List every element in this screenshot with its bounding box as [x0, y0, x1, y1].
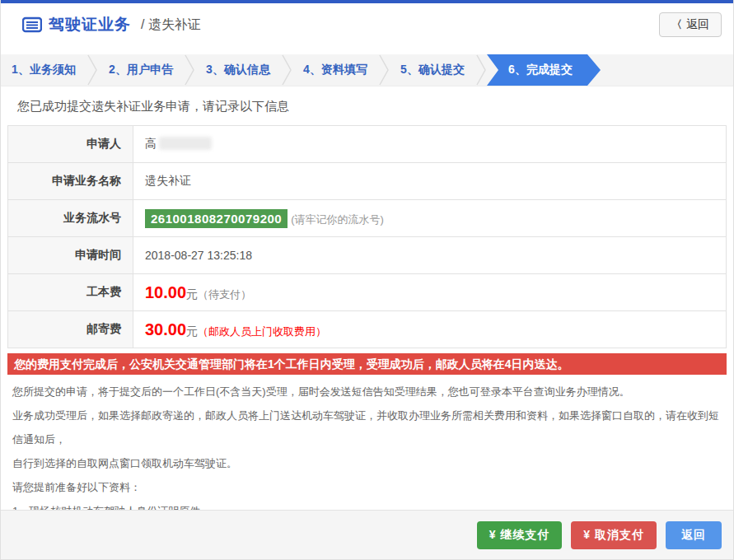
- redaction-blur: [159, 137, 212, 150]
- back-button-label: 返回: [686, 17, 709, 32]
- license-card-icon: [22, 16, 42, 33]
- fee-unit: 元: [186, 287, 198, 301]
- step-separator-icon: [475, 54, 487, 86]
- applicant-name: 高: [145, 137, 157, 150]
- success-message: 您已成功提交遗失补证业务申请，请记录以下信息: [17, 99, 727, 114]
- header: 驾驶证业务 / 遗失补证 〈 返回: [1, 3, 733, 46]
- row-label: 工本费: [8, 274, 133, 311]
- fee-unit: 元: [186, 324, 198, 338]
- breadcrumb: 驾驶证业务 / 遗失补证: [22, 14, 201, 35]
- table-row: 申请人 高: [8, 126, 727, 163]
- service-panel: 驾驶证业务 / 遗失补证 〈 返回 1、业务须知 2、用户申告 3、确认信息 4…: [0, 0, 734, 560]
- chevron-left-icon: 〈: [671, 17, 682, 32]
- fee-note: （邮政人员上门收取费用）: [198, 325, 326, 338]
- step-separator-icon: [86, 54, 98, 86]
- instruction-line: 自行到选择的自取网点窗口领取机动车驾驶证。: [12, 451, 722, 475]
- tab-step-6-active[interactable]: 6、完成提交: [487, 54, 601, 86]
- row-label: 申请时间: [8, 237, 133, 274]
- step-separator-icon: [378, 54, 390, 86]
- row-label: 申请人: [8, 126, 133, 163]
- tab-step-4[interactable]: 4、资料填写: [292, 54, 378, 86]
- tab-step-5[interactable]: 5、确认提交: [390, 54, 475, 86]
- steps-bar-filler: [601, 54, 733, 86]
- serial-note: (请牢记你的流水号): [291, 213, 384, 226]
- tab-step-3[interactable]: 3、确认信息: [195, 54, 281, 86]
- apply-time-value: 2018-08-27 13:25:18: [133, 237, 727, 274]
- step-separator-icon: [281, 54, 292, 86]
- continue-payment-button[interactable]: ¥ 继续支付: [477, 521, 563, 549]
- breadcrumb-current: / 遗失补证: [141, 16, 201, 34]
- postage-fee-value: 30.00元（邮政人员上门收取费用）: [133, 311, 727, 348]
- page-title: 驾驶证业务: [49, 14, 131, 35]
- row-label: 邮寄费: [8, 311, 133, 348]
- fee-note: （待支付）: [198, 288, 251, 301]
- applicant-value: 高: [133, 126, 727, 163]
- serial-number-badge: 261001808270079200: [145, 209, 288, 228]
- return-button[interactable]: 返回: [666, 521, 722, 549]
- production-fee-value: 10.00元（待支付）: [133, 274, 727, 311]
- fee-amount: 10.00: [145, 283, 186, 301]
- serial-value: 261001808270079200(请牢记你的流水号): [133, 200, 727, 237]
- instruction-line: 业务成功受理后，如果选择邮政寄递的，邮政人员将上门送达机动车驾驶证，并收取办理业…: [12, 404, 722, 451]
- table-row: 工本费 10.00元（待支付）: [8, 274, 727, 311]
- row-label: 申请业务名称: [8, 163, 133, 200]
- submission-info-table: 申请人 高 申请业务名称 遗失补证 业务流水号 2610018082700792…: [7, 125, 727, 348]
- table-row: 邮寄费 30.00元（邮政人员上门收取费用）: [8, 311, 727, 348]
- instruction-line: 您所提交的申请，将于提交后的一个工作日(不含当天)受理，届时会发送短信告知受理结…: [12, 380, 722, 404]
- table-row: 申请业务名称 遗失补证: [8, 163, 727, 200]
- step-separator-icon: [184, 54, 195, 86]
- main-content: 您已成功提交遗失补证业务申请，请记录以下信息 申请人 高 申请业务名称 遗失补证…: [1, 99, 733, 524]
- business-name-value: 遗失补证: [133, 163, 727, 200]
- action-bar: ¥ 继续支付 ¥ 取消支付 返回: [1, 510, 733, 559]
- tab-step-2[interactable]: 2、用户申告: [98, 54, 184, 86]
- back-button[interactable]: 〈 返回: [659, 12, 722, 37]
- payment-notice-banner: 您的费用支付完成后，公安机关交通管理部门将在1个工作日内受理，受理成功后，邮政人…: [7, 353, 727, 375]
- table-row: 申请时间 2018-08-27 13:25:18: [8, 237, 727, 274]
- tab-step-1[interactable]: 1、业务须知: [1, 54, 86, 86]
- cancel-payment-button[interactable]: ¥ 取消支付: [571, 521, 657, 549]
- row-label: 业务流水号: [8, 200, 133, 237]
- instruction-line: 请您提前准备好以下资料：: [12, 475, 722, 499]
- fee-amount: 30.00: [145, 320, 186, 338]
- steps-bar: 1、业务须知 2、用户申告 3、确认信息 4、资料填写 5、确认提交 6、完成提…: [1, 54, 733, 86]
- table-row: 业务流水号 261001808270079200(请牢记你的流水号): [8, 200, 727, 237]
